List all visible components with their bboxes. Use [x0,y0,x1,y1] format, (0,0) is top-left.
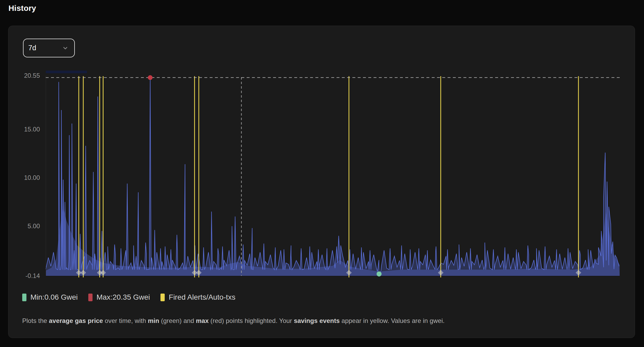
range-select-value: 7d [28,44,36,52]
legend-item: Max:20.35 Gwei [88,293,150,302]
gas-price-line [46,77,619,274]
y-tick-label: 10.00 [10,174,40,182]
max-point-dot [148,75,153,80]
legend-item: Min:0.06 Gwei [22,293,78,302]
description-emphasis: min [148,317,159,324]
y-tick-label: 5.00 [10,222,40,230]
y-tick-label: 15.00 [10,125,40,133]
legend-label: Min:0.06 Gwei [30,293,78,302]
chevron-down-icon [62,45,68,51]
legend-label: Fired Alerts/Auto-txs [169,293,235,302]
chart-description: Plots the average gas price over time, w… [22,317,445,325]
legend: Min:0.06 GweiMax:20.35 GweiFired Alerts/… [22,293,235,302]
y-tick-label: 20.55 [10,72,40,80]
history-panel: 7d 20.5515.0010.005.00-0.14 Min:0.06 Gwe… [8,26,635,338]
brush-indicator[interactable] [46,71,87,73]
plot-area [46,76,620,276]
page-title: History [8,4,36,13]
description-text: (green) and [159,317,196,324]
y-tick-label: -0.14 [10,272,40,280]
description-emphasis: savings events [294,317,340,324]
description-text: over time, with [103,317,148,324]
y-axis: 20.5515.0010.005.00-0.14 [10,76,40,276]
range-select[interactable]: 7d [23,39,75,57]
legend-swatch-icon [88,294,93,301]
description-emphasis: average gas price [49,317,103,324]
description-text: (red) points highlighted. Your [209,317,294,324]
legend-label: Max:20.35 Gwei [96,293,150,302]
description-text: appear in yellow. Values are in gwei. [340,317,445,324]
gas-price-area [46,77,620,276]
min-point-dot [376,271,381,276]
description-text: Plots the [22,317,49,324]
description-emphasis: max [196,317,209,324]
gas-price-chart[interactable]: 20.5515.0010.005.00-0.14 [46,76,620,276]
legend-swatch-icon [160,294,165,301]
legend-swatch-icon [22,294,26,301]
legend-item: Fired Alerts/Auto-txs [160,293,235,302]
